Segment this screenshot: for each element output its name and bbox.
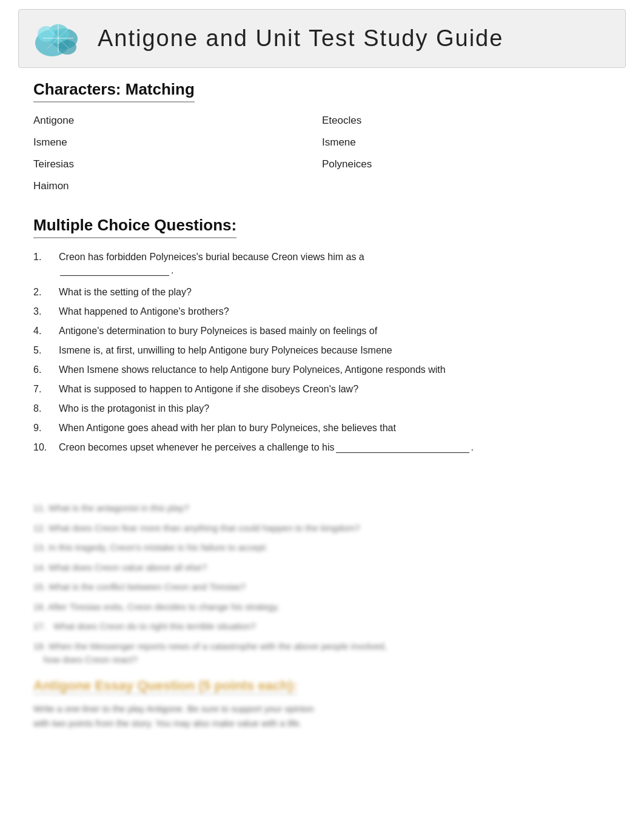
question-item-2: 2. What is the setting of the play?	[33, 287, 611, 298]
mcq-heading: Multiple Choice Questions:	[33, 216, 236, 238]
blurred-item-15: 15. What is the conflict between Creon a…	[33, 580, 611, 594]
question-item-10: 10. Creon becomes upset whenever he perc…	[33, 442, 611, 453]
characters-columns: Antigone Ismene Teiresias Haimon Eteocle…	[33, 113, 611, 201]
blank-line-q1	[60, 275, 169, 276]
question-item-1: 1. Creon has forbidden Polyneices's buri…	[33, 252, 611, 278]
blurred-item-12: 12. What does Creon fear more than anyth…	[33, 521, 611, 535]
page-title: Antigone and Unit Test Study Guide	[98, 25, 503, 52]
character-item: Ismene	[33, 135, 322, 150]
question-text-3: What happened to Antigone's brothers?	[59, 306, 611, 317]
question-item-3: 3. What happened to Antigone's brothers?	[33, 306, 611, 317]
question-item-6: 6. When Ismene shows reluctance to help …	[33, 364, 611, 375]
question-number-6: 6.	[33, 364, 59, 375]
blurred-item-14: 14. What does Creon value above all else…	[33, 561, 611, 575]
question-number-7: 7.	[33, 384, 59, 395]
blank-line-q10	[336, 452, 469, 453]
question-text-5: Ismene is, at first, unwilling to help A…	[59, 345, 611, 356]
question-number-10: 10.	[33, 442, 59, 453]
svg-point-3	[38, 26, 55, 42]
blurred-item-13: 13. In this tragedy, Creon's mistake is …	[33, 541, 611, 555]
question-item-9: 9. When Antigone goes ahead with her pla…	[33, 423, 611, 434]
character-item: Polyneices	[322, 157, 611, 172]
question-text-6: When Ismene shows reluctance to help Ant…	[59, 364, 611, 375]
mcq-section: Multiple Choice Questions: 1. Creon has …	[33, 216, 611, 453]
question-item-7: 7. What is supposed to happen to Antigon…	[33, 384, 611, 395]
question-number-2: 2.	[33, 287, 59, 298]
question-number-3: 3.	[33, 306, 59, 317]
characters-right-column: Eteocles Ismene Polyneices	[322, 113, 611, 201]
question-number-9: 9.	[33, 423, 59, 434]
blurred-essay-heading: Antigone Essay Question (5 points each):	[33, 678, 297, 694]
blurred-item-11: 11. What is the antagonist in this play?	[33, 501, 611, 515]
question-number-4: 4.	[33, 326, 59, 337]
character-item: Antigone	[33, 113, 322, 128]
blurred-item-16: 16. After Tiresias exits, Creon decides …	[33, 600, 611, 614]
question-text-4: Antigone's determination to bury Polynei…	[59, 326, 611, 337]
question-number-5: 5.	[33, 345, 59, 356]
blurred-section: 11. What is the antagonist in this play?…	[0, 501, 644, 731]
character-item: Teiresias	[33, 157, 322, 172]
period-q1: .	[171, 265, 173, 276]
main-content: Characters: Matching Antigone Ismene Tei…	[0, 74, 644, 477]
blurred-item-17: 17. What does Creon do to right this ter…	[33, 620, 611, 634]
character-item: Ismene	[322, 135, 611, 150]
question-item-4: 4. Antigone's determination to bury Poly…	[33, 326, 611, 337]
question-text-9: When Antigone goes ahead with her plan t…	[59, 423, 611, 434]
characters-left-column: Antigone Ismene Teiresias Haimon	[33, 113, 322, 201]
question-number-8: 8.	[33, 403, 59, 414]
page-header: Antigone and Unit Test Study Guide	[18, 9, 626, 68]
question-text-8: Who is the protagonist in this play?	[59, 403, 611, 414]
question-text-2: What is the setting of the play?	[59, 287, 611, 298]
question-text-10: Creon becomes upset whenever he perceive…	[59, 442, 611, 453]
svg-point-4	[58, 40, 76, 55]
characters-section: Characters: Matching Antigone Ismene Tei…	[33, 80, 611, 201]
blurred-essay-paragraph: Write a one-liner to the play Antigone. …	[33, 702, 611, 731]
logo-icon	[31, 16, 86, 61]
characters-heading: Characters: Matching	[33, 80, 195, 102]
question-item-5: 5. Ismene is, at first, unwilling to hel…	[33, 345, 611, 356]
question-text-7: What is supposed to happen to Antigone i…	[59, 384, 611, 395]
character-item: Eteocles	[322, 113, 611, 128]
question-text-1: Creon has forbidden Polyneices's burial …	[59, 252, 611, 278]
question-list: 1. Creon has forbidden Polyneices's buri…	[33, 252, 611, 453]
question-item-8: 8. Who is the protagonist in this play?	[33, 403, 611, 414]
character-item: Haimon	[33, 179, 322, 193]
question-number-1: 1.	[33, 252, 59, 263]
blurred-item-18: 18. When the Messenger reports news of a…	[33, 640, 611, 667]
